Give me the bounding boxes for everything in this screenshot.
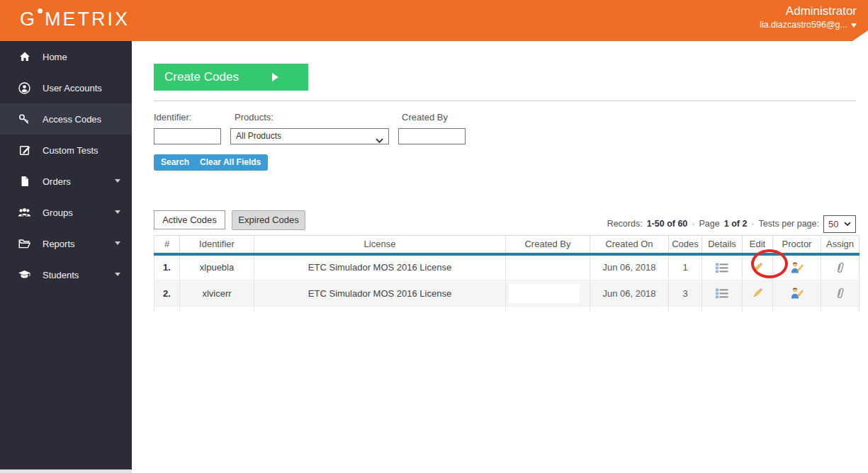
home-icon [18,51,31,62]
separator: · [692,219,694,229]
pencil-edit-icon[interactable] [750,261,765,275]
sidebar-item-reports[interactable]: Reports [0,228,132,259]
license-cell: ETC Simulador MOS 2016 License [254,280,506,307]
created-by-cell [506,254,590,280]
redacted-patch [509,284,580,303]
folder-icon [18,239,31,249]
user-accounts-icon [18,82,31,94]
sidebar-item-user-accounts[interactable]: User Accounts [0,72,132,103]
chevron-down-icon [851,23,857,28]
created-by-cell [506,280,590,307]
sidebar-item-label: Orders [43,176,71,187]
sidebar-item-label: Groups [43,207,73,218]
main-content: Create Codes Identifier: Products: Creat… [132,41,868,473]
products-select[interactable]: All Products [230,128,389,144]
separator: · [751,219,754,229]
row-number: 2. [154,280,180,307]
sidebar-nav: Home User Accounts Access Codes Custom T… [0,41,132,469]
pagination-summary: Records: 1-50 of 60 · Page 1 of 2 · Test… [607,215,856,233]
identifier-label: Identifier: [154,112,191,122]
sidebar-item-home[interactable]: Home [0,41,132,72]
chevron-down-icon [115,210,120,214]
chevron-down-icon [115,179,120,183]
sidebar-item-label: Access Codes [43,114,101,125]
license-cell: ETC Simulador MOS 2016 License [254,254,506,280]
col-header-edit: Edit [743,236,773,254]
proctor-user-icon[interactable] [790,261,804,274]
created-on-cell: Jun 06, 2018 [590,280,669,307]
products-selected-value: All Products [236,131,281,141]
chevron-down-icon [115,241,120,245]
identifier-cell: xlpuebla [180,254,254,280]
identifier-input[interactable] [154,128,221,144]
table-row: 2. xlvicerr ETC Simulador MOS 2016 Licen… [154,280,859,307]
sidebar-item-groups[interactable]: Groups [0,197,132,228]
sidebar-item-label: Reports [43,239,75,249]
sidebar-item-students[interactable]: Students [0,259,132,290]
products-label: Products: [235,112,274,122]
sidebar-item-orders[interactable]: Orders [0,166,132,197]
section-divider [154,101,856,101]
create-codes-label: Create Codes [164,70,239,84]
app-header: GMETRIX Administrator lia.diazcastro596@… [0,0,868,41]
codes-count-cell: 1 [669,254,702,280]
col-header-created-on: Created On [590,236,669,254]
logo-dot-icon [38,8,43,13]
page-value: 1 of 2 [724,219,748,229]
col-header-license: License [254,236,506,254]
user-role: Administrator [760,4,857,19]
col-header-codes: Codes [669,236,702,254]
identifier-cell: xlvicerr [180,280,254,307]
col-header-proctor: Proctor [773,236,821,254]
sidebar-item-label: Home [43,52,67,62]
paperclip-assign-icon[interactable] [835,287,845,300]
edit-square-icon [18,144,31,156]
list-details-icon[interactable] [716,288,728,299]
created-by-input[interactable] [398,128,466,144]
chevron-down-icon [115,273,120,276]
col-header-details: Details [702,236,743,254]
sidebar-item-label: Custom Tests [43,145,98,156]
search-button[interactable]: Search [154,154,196,171]
table-row: 1. xlpuebla ETC Simulador MOS 2016 Licen… [154,254,859,280]
sidebar-item-access-codes[interactable]: Access Codes [0,103,132,135]
list-details-icon[interactable] [716,263,728,273]
created-on-cell: Jun 06, 2018 [590,254,669,280]
row-number: 1. [154,254,180,280]
logo-rest: METRIX [45,8,130,30]
document-icon [18,176,31,187]
pencil-edit-icon[interactable] [750,286,765,300]
header-corner-wedge [852,30,868,41]
graduation-cap-icon [18,270,31,280]
codes-count-cell: 3 [669,280,702,307]
tests-per-page-label: Tests per page: [759,219,819,229]
proctor-user-icon[interactable] [790,287,804,300]
user-menu[interactable]: Administrator lia.diazcastro596@g... [760,4,857,31]
col-header-identifier: Identifier [180,236,254,254]
key-icon [18,113,31,125]
tests-per-page-select[interactable]: 50 [823,215,856,233]
people-icon [18,207,31,218]
created-by-label: Created By [402,112,448,122]
bottom-edge-strip [0,469,132,473]
gmetrix-logo: GMETRIX [20,8,130,30]
clear-all-fields-button[interactable]: Clear All Fields [193,154,268,171]
page-label: Page [699,219,720,229]
tab-active-codes[interactable]: Active Codes [154,210,225,229]
tests-per-page-value: 50 [828,219,838,229]
chevron-down-icon [844,222,851,227]
col-header-assign: Assign [821,236,859,254]
access-codes-table: # Identifier License Created By Created … [154,235,859,312]
col-header-created-by: Created By [506,236,590,254]
table-row-clipped [154,307,859,312]
tab-expired-codes[interactable]: Expired Codes [232,210,305,230]
arrow-right-icon [272,73,278,81]
sidebar-item-custom-tests[interactable]: Custom Tests [0,135,132,166]
sidebar-item-label: Students [43,270,79,280]
logo-g: G [20,8,37,30]
sidebar-item-label: User Accounts [43,83,102,93]
paperclip-assign-icon[interactable] [835,261,845,274]
records-range: 1-50 of 60 [647,219,688,229]
create-codes-button[interactable]: Create Codes [154,64,308,91]
user-email: lia.diazcastro596@g... [760,19,847,31]
